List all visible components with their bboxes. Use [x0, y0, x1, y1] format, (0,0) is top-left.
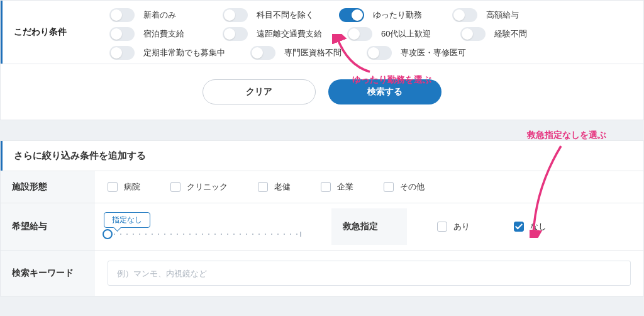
toggle-label: 定期非常勤でも募集中 — [143, 47, 225, 59]
switch-new-only[interactable] — [109, 8, 135, 22]
switch-high-salary[interactable] — [452, 8, 477, 22]
switch-relaxed-work[interactable] — [339, 8, 364, 22]
toggle-label: 専門医資格不問 — [284, 47, 341, 59]
checkbox-icon[interactable] — [170, 182, 180, 192]
refine-title: さらに絞り込み条件を追加する — [1, 141, 643, 171]
emergency-body: ありなし — [437, 221, 631, 232]
emergency-label: 救急指定 — [331, 208, 407, 245]
switch-exp-any[interactable] — [460, 27, 486, 41]
switch-travel-cost[interactable] — [223, 27, 248, 41]
checkbox-label: なし — [530, 221, 547, 232]
checkbox-label: 企業 — [337, 181, 353, 193]
toggle-new-only[interactable]: 新着のみ — [109, 8, 197, 22]
checkbox-label: 老健 — [274, 181, 291, 193]
facility-company[interactable]: 企業 — [321, 181, 353, 193]
preference-row: こだわり条件 新着のみ科目不問を除くゆったり勤務高額給与宿泊費支給遠距離交通費支… — [1, 1, 643, 64]
toggle-label: 専攻医・専修医可 — [401, 47, 466, 59]
switch-spec-any[interactable] — [250, 46, 275, 60]
checkbox-icon[interactable] — [437, 222, 447, 232]
checkbox-label: あり — [453, 221, 470, 232]
toggle-irregular-ok[interactable]: 定期非常勤でも募集中 — [109, 46, 225, 60]
switch-exclude-dept[interactable] — [223, 8, 248, 22]
checkbox-label: クリニック — [187, 181, 228, 193]
toggle-label: 高額給与 — [486, 9, 519, 21]
salary-emergency-row: 希望給与 指定なし 救急指定 ありなし — [1, 203, 643, 250]
toggle-travel-cost[interactable]: 遠距離交通費支給 — [223, 27, 322, 41]
checkbox-label: 病院 — [124, 181, 140, 193]
salary-value-badge: 指定なし — [104, 212, 150, 228]
toggle-resident-ok[interactable]: 専攻医・専修医可 — [367, 46, 466, 60]
toggle-label: 新着のみ — [143, 9, 176, 21]
facility-clinic[interactable]: クリニック — [170, 181, 228, 193]
facility-row: 施設形態 病院クリニック老健企業その他 — [1, 171, 643, 203]
clear-button[interactable]: クリア — [203, 79, 316, 104]
emergency-no[interactable]: なし — [514, 221, 547, 232]
switch-lodging[interactable] — [109, 27, 135, 41]
search-button[interactable]: 検索する — [328, 79, 441, 104]
emergency-yes[interactable]: あり — [437, 221, 470, 232]
toggle-label: 遠距離交通費支給 — [257, 28, 322, 40]
switch-irregular-ok[interactable] — [109, 46, 135, 60]
switch-over60[interactable] — [347, 27, 372, 41]
slider-handle[interactable] — [103, 229, 113, 239]
toggle-spec-any[interactable]: 専門医資格不問 — [250, 46, 341, 60]
slider-track — [108, 234, 301, 235]
toggle-label: 科目不問を除く — [257, 9, 314, 21]
keyword-label: 検索キーワード — [1, 251, 95, 296]
keyword-row: 検索キーワード — [1, 250, 643, 296]
preference-label: こだわり条件 — [3, 1, 97, 64]
toggle-over60[interactable]: 60代以上歓迎 — [347, 27, 435, 41]
keyword-input[interactable] — [108, 261, 631, 286]
toggle-lodging[interactable]: 宿泊費支給 — [109, 27, 197, 41]
toggle-relaxed-work[interactable]: ゆったり勤務 — [339, 8, 427, 22]
checkbox-icon[interactable] — [384, 182, 394, 192]
facility-body: 病院クリニック老健企業その他 — [95, 171, 643, 203]
checkbox-icon[interactable] — [108, 182, 118, 192]
switch-resident-ok[interactable] — [367, 46, 392, 60]
preference-body: 新着のみ科目不問を除くゆったり勤務高額給与宿泊費支給遠距離交通費支給60代以上歓… — [97, 1, 643, 64]
checkbox-icon[interactable] — [321, 182, 331, 192]
checkbox-label: その他 — [400, 181, 425, 193]
facility-rouken[interactable]: 老健 — [258, 181, 291, 193]
facility-label: 施設形態 — [1, 171, 95, 203]
checkbox-icon[interactable] — [258, 182, 268, 192]
checkbox-icon[interactable] — [514, 222, 524, 232]
button-row: クリア 検索する — [0, 64, 644, 120]
facility-hospital[interactable]: 病院 — [108, 181, 140, 193]
salary-slider[interactable]: 指定なし — [108, 218, 301, 235]
toggle-exclude-dept[interactable]: 科目不問を除く — [223, 8, 314, 22]
toggle-label: 経験不問 — [494, 28, 527, 40]
refine-panel: さらに絞り込み条件を追加する 施設形態 病院クリニック老健企業その他 希望給与 … — [0, 140, 644, 296]
toggle-label: 60代以上歓迎 — [381, 28, 431, 40]
toggle-label: ゆったり勤務 — [373, 9, 422, 21]
facility-other[interactable]: その他 — [384, 181, 425, 193]
salary-label: 希望給与 — [1, 203, 95, 250]
toggle-high-salary[interactable]: 高額給与 — [452, 8, 540, 22]
toggle-exp-any[interactable]: 経験不問 — [460, 27, 548, 41]
toggle-label: 宿泊費支給 — [143, 28, 184, 40]
